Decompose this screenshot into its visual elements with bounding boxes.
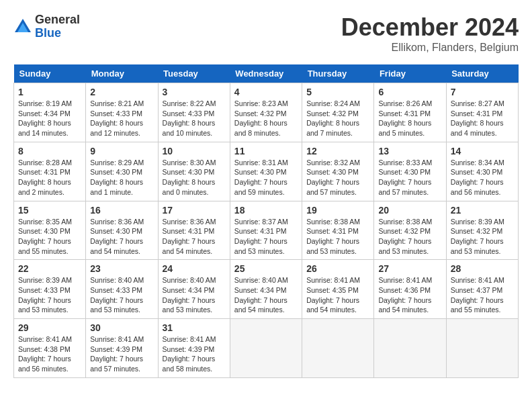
calendar-cell <box>374 319 446 378</box>
cell-info: Sunrise: 8:23 AMSunset: 4:32 PMDaylight:… <box>234 99 298 138</box>
cell-info: Sunrise: 8:36 AMSunset: 4:30 PMDaylight:… <box>90 217 153 257</box>
cell-info: Sunrise: 8:41 AMSunset: 4:35 PMDaylight:… <box>306 275 369 315</box>
calendar-cell: 5Sunrise: 8:24 AMSunset: 4:32 PMDaylight… <box>302 83 374 142</box>
day-number: 3 <box>163 87 226 97</box>
day-header-tuesday: Tuesday <box>158 64 230 83</box>
calendar-cell: 28Sunrise: 8:41 AMSunset: 4:37 PMDayligh… <box>446 260 518 319</box>
cell-info: Sunrise: 8:38 AMSunset: 4:32 PMDaylight:… <box>378 217 441 257</box>
calendar-cell: 12Sunrise: 8:32 AMSunset: 4:30 PMDayligh… <box>302 142 374 201</box>
cell-info: Sunrise: 8:41 AMSunset: 4:39 PMDaylight:… <box>163 334 226 374</box>
cell-info: Sunrise: 8:39 AMSunset: 4:32 PMDaylight:… <box>451 217 514 257</box>
day-number: 13 <box>378 146 441 156</box>
day-number: 24 <box>163 263 226 274</box>
calendar-cell <box>230 319 302 378</box>
logo-general: General <box>35 13 80 27</box>
calendar-cell: 27Sunrise: 8:41 AMSunset: 4:36 PMDayligh… <box>374 260 446 319</box>
cell-info: Sunrise: 8:26 AMSunset: 4:31 PMDaylight:… <box>378 99 441 138</box>
cell-info: Sunrise: 8:40 AMSunset: 4:34 PMDaylight:… <box>234 275 298 315</box>
cell-info: Sunrise: 8:33 AMSunset: 4:30 PMDaylight:… <box>378 158 441 197</box>
calendar-cell: 10Sunrise: 8:30 AMSunset: 4:30 PMDayligh… <box>158 142 230 201</box>
calendar-cell: 24Sunrise: 8:40 AMSunset: 4:34 PMDayligh… <box>158 260 230 319</box>
calendar-cell: 22Sunrise: 8:39 AMSunset: 4:33 PMDayligh… <box>14 260 86 319</box>
day-header-saturday: Saturday <box>446 64 518 83</box>
logo-blue: Blue <box>35 27 80 40</box>
cell-info: Sunrise: 8:40 AMSunset: 4:33 PMDaylight:… <box>90 275 153 315</box>
cell-info: Sunrise: 8:39 AMSunset: 4:33 PMDaylight:… <box>18 275 81 315</box>
cell-info: Sunrise: 8:30 AMSunset: 4:30 PMDaylight:… <box>163 158 226 197</box>
cell-info: Sunrise: 8:29 AMSunset: 4:30 PMDaylight:… <box>90 158 153 197</box>
day-header-thursday: Thursday <box>302 64 374 83</box>
day-number: 23 <box>90 263 153 274</box>
day-number: 15 <box>18 205 81 216</box>
cell-info: Sunrise: 8:38 AMSunset: 4:31 PMDaylight:… <box>306 217 369 257</box>
cell-info: Sunrise: 8:22 AMSunset: 4:33 PMDaylight:… <box>163 99 226 138</box>
cell-info: Sunrise: 8:27 AMSunset: 4:31 PMDaylight:… <box>451 99 514 138</box>
cell-info: Sunrise: 8:24 AMSunset: 4:32 PMDaylight:… <box>306 99 369 138</box>
cell-info: Sunrise: 8:31 AMSunset: 4:30 PMDaylight:… <box>234 158 298 197</box>
day-number: 5 <box>306 87 369 97</box>
header: General Blue December 2024 Ellikom, Flan… <box>13 13 519 54</box>
day-number: 27 <box>378 263 441 274</box>
calendar-cell: 1Sunrise: 8:19 AMSunset: 4:34 PMDaylight… <box>14 83 86 142</box>
calendar-cell: 9Sunrise: 8:29 AMSunset: 4:30 PMDaylight… <box>86 142 158 201</box>
day-number: 21 <box>451 205 514 216</box>
calendar-cell: 31Sunrise: 8:41 AMSunset: 4:39 PMDayligh… <box>158 319 230 378</box>
day-number: 26 <box>306 263 369 274</box>
day-number: 2 <box>90 87 153 97</box>
location-title: Ellikom, Flanders, Belgium <box>341 42 519 54</box>
calendar-cell: 20Sunrise: 8:38 AMSunset: 4:32 PMDayligh… <box>374 201 446 260</box>
header-row: SundayMondayTuesdayWednesdayThursdayFrid… <box>14 64 519 83</box>
logo-text: General Blue <box>35 13 80 40</box>
cell-info: Sunrise: 8:28 AMSunset: 4:31 PMDaylight:… <box>18 158 81 197</box>
cell-info: Sunrise: 8:41 AMSunset: 4:39 PMDaylight:… <box>90 334 153 374</box>
day-header-sunday: Sunday <box>14 64 86 83</box>
cell-info: Sunrise: 8:21 AMSunset: 4:33 PMDaylight:… <box>90 99 153 138</box>
calendar-cell: 16Sunrise: 8:36 AMSunset: 4:30 PMDayligh… <box>86 201 158 260</box>
week-row-4: 22Sunrise: 8:39 AMSunset: 4:33 PMDayligh… <box>14 260 519 319</box>
cell-info: Sunrise: 8:41 AMSunset: 4:38 PMDaylight:… <box>18 334 81 374</box>
cell-info: Sunrise: 8:40 AMSunset: 4:34 PMDaylight:… <box>163 275 226 315</box>
calendar-cell: 11Sunrise: 8:31 AMSunset: 4:30 PMDayligh… <box>230 142 302 201</box>
week-row-5: 29Sunrise: 8:41 AMSunset: 4:38 PMDayligh… <box>14 319 519 378</box>
cell-info: Sunrise: 8:41 AMSunset: 4:36 PMDaylight:… <box>378 275 441 315</box>
day-number: 12 <box>306 146 369 156</box>
day-number: 28 <box>451 263 514 274</box>
month-title: December 2024 <box>341 13 519 42</box>
calendar-cell: 25Sunrise: 8:40 AMSunset: 4:34 PMDayligh… <box>230 260 302 319</box>
calendar-cell: 18Sunrise: 8:37 AMSunset: 4:31 PMDayligh… <box>230 201 302 260</box>
cell-info: Sunrise: 8:34 AMSunset: 4:30 PMDaylight:… <box>451 158 514 197</box>
calendar-cell: 26Sunrise: 8:41 AMSunset: 4:35 PMDayligh… <box>302 260 374 319</box>
cell-info: Sunrise: 8:19 AMSunset: 4:34 PMDaylight:… <box>18 99 81 138</box>
calendar-cell <box>302 319 374 378</box>
calendar-cell: 8Sunrise: 8:28 AMSunset: 4:31 PMDaylight… <box>14 142 86 201</box>
calendar-cell: 30Sunrise: 8:41 AMSunset: 4:39 PMDayligh… <box>86 319 158 378</box>
day-number: 11 <box>234 146 298 156</box>
calendar-cell: 13Sunrise: 8:33 AMSunset: 4:30 PMDayligh… <box>374 142 446 201</box>
calendar-cell: 3Sunrise: 8:22 AMSunset: 4:33 PMDaylight… <box>158 83 230 142</box>
calendar-table: SundayMondayTuesdayWednesdayThursdayFrid… <box>13 64 519 378</box>
calendar-cell: 29Sunrise: 8:41 AMSunset: 4:38 PMDayligh… <box>14 319 86 378</box>
calendar-cell: 7Sunrise: 8:27 AMSunset: 4:31 PMDaylight… <box>446 83 518 142</box>
cell-info: Sunrise: 8:35 AMSunset: 4:30 PMDaylight:… <box>18 217 81 257</box>
day-number: 31 <box>163 322 226 333</box>
calendar-cell: 19Sunrise: 8:38 AMSunset: 4:31 PMDayligh… <box>302 201 374 260</box>
day-number: 30 <box>90 322 153 333</box>
title-area: December 2024 Ellikom, Flanders, Belgium <box>341 13 519 54</box>
week-row-1: 1Sunrise: 8:19 AMSunset: 4:34 PMDaylight… <box>14 83 519 142</box>
day-number: 7 <box>451 87 514 97</box>
calendar-cell: 17Sunrise: 8:36 AMSunset: 4:31 PMDayligh… <box>158 201 230 260</box>
calendar-cell: 4Sunrise: 8:23 AMSunset: 4:32 PMDaylight… <box>230 83 302 142</box>
day-number: 22 <box>18 263 81 274</box>
calendar-cell <box>446 319 518 378</box>
cell-info: Sunrise: 8:32 AMSunset: 4:30 PMDaylight:… <box>306 158 369 197</box>
day-number: 6 <box>378 87 441 97</box>
logo: General Blue <box>13 13 80 40</box>
day-number: 8 <box>18 146 81 156</box>
week-row-3: 15Sunrise: 8:35 AMSunset: 4:30 PMDayligh… <box>14 201 519 260</box>
calendar-cell: 23Sunrise: 8:40 AMSunset: 4:33 PMDayligh… <box>86 260 158 319</box>
day-number: 18 <box>234 205 298 216</box>
day-number: 17 <box>163 205 226 216</box>
week-row-2: 8Sunrise: 8:28 AMSunset: 4:31 PMDaylight… <box>14 142 519 201</box>
day-header-monday: Monday <box>86 64 158 83</box>
day-number: 19 <box>306 205 369 216</box>
